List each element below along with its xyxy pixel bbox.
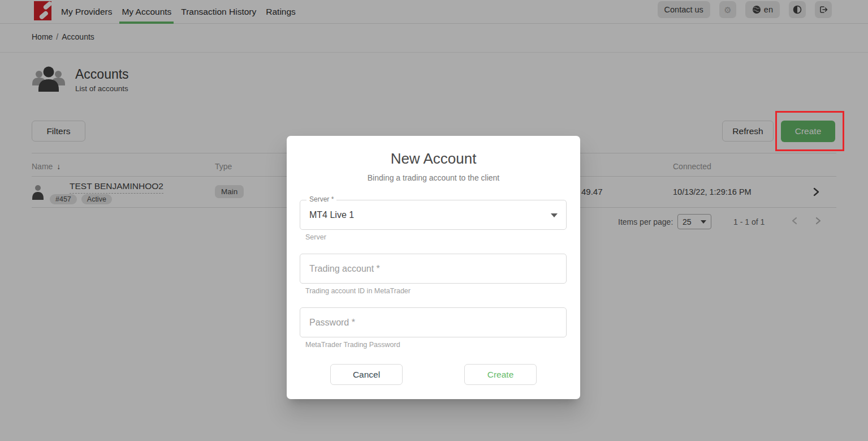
server-select[interactable]: Server * MT4 Live 1 [300, 200, 567, 230]
trading-account-hint: Trading account ID in MetaTrader [305, 287, 411, 295]
trading-account-input[interactable] [300, 254, 566, 283]
modal-cancel-button[interactable]: Cancel [330, 364, 403, 385]
modal-subtitle: Binding a trading account to the client [287, 173, 580, 182]
new-account-modal: New Account Binding a trading account to… [287, 136, 580, 399]
modal-title: New Account [287, 150, 580, 168]
password-hint: MetaTrader Trading Password [305, 341, 400, 349]
trading-account-field [300, 254, 567, 284]
password-field [300, 307, 567, 337]
server-select-value: MT4 Live 1 [309, 200, 354, 229]
modal-create-button[interactable]: Create [464, 364, 537, 385]
server-hint: Server [305, 233, 326, 241]
dropdown-caret-icon [551, 213, 558, 217]
password-input[interactable] [300, 308, 566, 337]
